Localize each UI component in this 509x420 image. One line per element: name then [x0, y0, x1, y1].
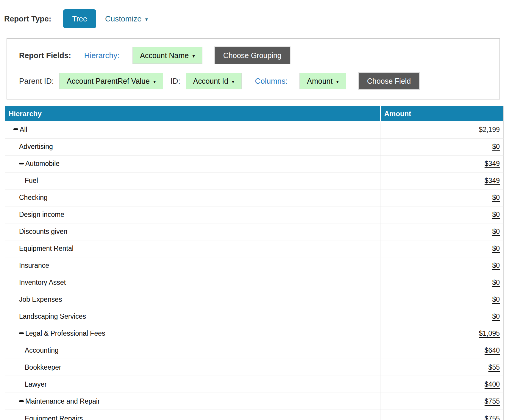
id-label: ID: — [170, 77, 180, 86]
hierarchy-cell: Job Expenses — [5, 291, 380, 308]
amount-cell: $0 — [380, 274, 504, 291]
hierarchy-cell: Inventory Asset — [5, 274, 380, 291]
account-label: Equipment Rental — [19, 245, 74, 252]
amount-link[interactable]: $755 — [485, 397, 500, 405]
amount-cell: $755 — [380, 393, 504, 410]
hierarchy-field-value: Account Name — [140, 51, 189, 60]
amount-link[interactable]: $0 — [492, 245, 500, 252]
collapse-toggle-icon[interactable] — [19, 163, 24, 164]
hierarchy-cell: All — [5, 121, 380, 138]
amount-link[interactable]: $0 — [492, 228, 500, 235]
account-label: Bookkeeper — [25, 363, 61, 371]
customize-dropdown[interactable]: Customize ▾ — [105, 14, 148, 24]
table-row: Equipment Rental$0 — [5, 240, 504, 257]
hierarchy-cell: Checking — [5, 189, 380, 206]
account-label: Accounting — [25, 346, 59, 354]
account-label: Discounts given — [19, 228, 67, 235]
hierarchy-table: Hierarchy Amount All$2,199Advertising$0A… — [5, 106, 504, 420]
amount-link[interactable]: $0 — [492, 312, 500, 320]
amount-link[interactable]: $0 — [492, 143, 500, 150]
id-dropdown[interactable]: Account Id ▾ — [186, 73, 242, 89]
amount-link[interactable]: $0 — [492, 295, 500, 303]
table-header-row: Hierarchy Amount — [5, 106, 504, 121]
amount-cell: $1,095 — [380, 325, 504, 342]
report-fields-label: Report Fields: — [19, 51, 71, 60]
report-fields-panel: Report Fields: Hierarchy: Account Name ▾… — [7, 38, 500, 99]
amount-cell: $0 — [380, 257, 504, 274]
collapse-toggle-icon[interactable] — [19, 332, 24, 334]
amount-cell: $400 — [380, 376, 504, 393]
table-row: Bookkeeper$55 — [5, 359, 504, 376]
report-type-bar: Report Type: Tree Customize ▾ — [4, 9, 509, 29]
hierarchy-cell: Equipment Repairs — [5, 410, 380, 420]
table-row: Lawyer$400 — [5, 376, 504, 393]
table-row: Advertising$0 — [5, 138, 504, 155]
columns-value: Amount — [307, 77, 332, 85]
amount-link[interactable]: $1,095 — [479, 329, 500, 337]
hierarchy-cell: Maintenance and Repair — [5, 393, 380, 410]
amount-link[interactable]: $400 — [485, 380, 500, 388]
amount-link[interactable]: $55 — [488, 363, 500, 371]
account-label: Automobile — [25, 160, 60, 167]
choose-grouping-button[interactable]: Choose Grouping — [214, 46, 291, 64]
hierarchy-cell: Fuel — [5, 172, 380, 189]
table-row: Inventory Asset$0 — [5, 274, 504, 291]
id-value: Account Id — [193, 77, 228, 85]
collapse-toggle-icon[interactable] — [19, 400, 24, 402]
report-fields-row-1: Report Fields: Hierarchy: Account Name ▾… — [19, 46, 492, 64]
amount-link[interactable]: $0 — [492, 194, 500, 201]
tree-button[interactable]: Tree — [63, 9, 96, 28]
account-label: Advertising — [19, 143, 53, 150]
table-row: Checking$0 — [5, 189, 504, 206]
amount-link[interactable]: $640 — [485, 346, 500, 354]
account-label: Lawyer — [25, 380, 47, 388]
chevron-down-icon: ▾ — [336, 79, 339, 85]
account-label: Job Expenses — [19, 295, 62, 303]
report-fields-row-2: Parent ID: Account ParentRef Value ▾ ID:… — [19, 72, 492, 90]
chevron-down-icon: ▾ — [153, 79, 156, 85]
amount-cell: $0 — [380, 206, 504, 223]
amount-link[interactable]: $0 — [492, 262, 500, 269]
hierarchy-cell: Equipment Rental — [5, 240, 380, 257]
parent-id-label: Parent ID: — [19, 77, 54, 86]
columns-dropdown[interactable]: Amount ▾ — [299, 73, 346, 89]
hierarchy-cell: Insurance — [5, 257, 380, 274]
amount-cell: $0 — [380, 189, 504, 206]
table-row: Design income$0 — [5, 206, 504, 223]
columns-link[interactable]: Columns: — [255, 77, 288, 86]
parent-id-dropdown[interactable]: Account ParentRef Value ▾ — [59, 73, 163, 89]
hierarchy-cell: Lawyer — [5, 376, 380, 393]
amount-link[interactable]: $349 — [485, 160, 500, 167]
chevron-down-icon: ▾ — [232, 79, 235, 85]
hierarchy-cell: Landscaping Services — [5, 308, 380, 325]
parent-id-value: Account ParentRef Value — [67, 77, 150, 85]
table-row: Accounting$640 — [5, 342, 504, 359]
amount-cell: $0 — [380, 308, 504, 325]
account-label: Insurance — [19, 262, 49, 269]
amount-link[interactable]: $755 — [485, 415, 500, 420]
chevron-down-icon: ▾ — [192, 53, 195, 59]
hierarchy-column-header: Hierarchy — [5, 106, 380, 121]
account-label: All — [20, 126, 27, 133]
report-type-label: Report Type: — [4, 14, 51, 24]
amount-link[interactable]: $349 — [485, 177, 500, 184]
account-label: Landscaping Services — [19, 312, 86, 320]
amount-cell: $640 — [380, 342, 504, 359]
account-label: Fuel — [25, 177, 38, 184]
table-row: Maintenance and Repair$755 — [5, 393, 504, 410]
amount-value: $2,199 — [479, 126, 500, 133]
account-label: Legal & Professional Fees — [25, 329, 105, 337]
choose-field-button[interactable]: Choose Field — [358, 72, 420, 90]
account-label: Equipment Repairs — [25, 415, 83, 420]
amount-link[interactable]: $0 — [492, 279, 500, 286]
account-label: Inventory Asset — [19, 279, 66, 286]
hierarchy-cell: Advertising — [5, 138, 380, 155]
amount-link[interactable]: $0 — [492, 211, 500, 218]
table-row: Insurance$0 — [5, 257, 504, 274]
table-body: All$2,199Advertising$0Automobile$349Fuel… — [5, 121, 504, 420]
hierarchy-field-dropdown[interactable]: Account Name ▾ — [132, 47, 202, 64]
collapse-toggle-icon[interactable] — [13, 128, 18, 130]
hierarchy-link[interactable]: Hierarchy: — [84, 51, 119, 60]
table-row: Automobile$349 — [5, 155, 504, 172]
amount-cell: $55 — [380, 359, 504, 376]
